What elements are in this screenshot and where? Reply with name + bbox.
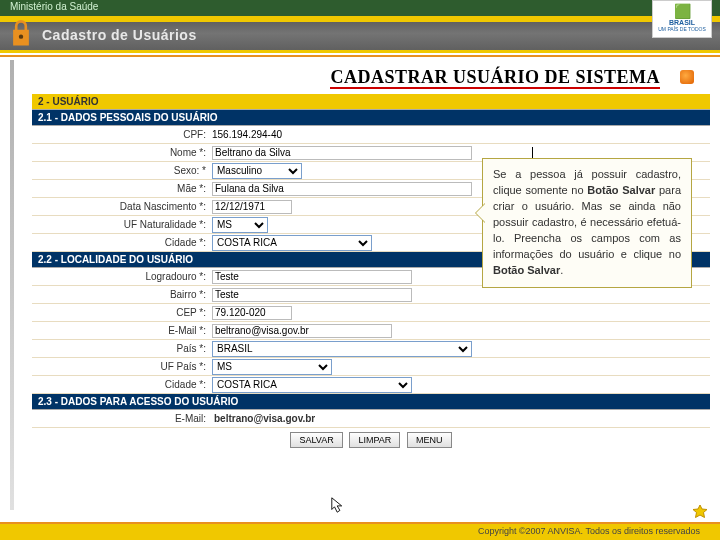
cidade-nat-label: Cidade *: <box>32 237 212 248</box>
button-row: SALVAR LIMPAR MENU <box>32 428 710 452</box>
mae-input[interactable] <box>212 182 472 196</box>
datanasc-label: Data Nascimento *: <box>32 201 212 212</box>
uf-pais-label: UF País *: <box>32 361 212 372</box>
page-title: CADASTRAR USUÁRIO DE SISTEMA <box>0 57 720 94</box>
brasil-logo: 🟩 BRASIL UM PAÍS DE TODOS <box>652 0 712 38</box>
mae-label: Mãe *: <box>32 183 212 194</box>
pais-select[interactable]: BRASIL <box>212 341 472 357</box>
footer: Copyright ©2007 ANVISA. Todos os direito… <box>0 524 720 540</box>
cep-input[interactable] <box>212 306 292 320</box>
sexo-select[interactable]: Masculino <box>212 163 302 179</box>
cidade-loc-select[interactable]: COSTA RICA <box>212 377 412 393</box>
cpf-value: 156.194.294-40 <box>212 129 282 140</box>
email-access-label: E-Mail: <box>32 413 212 424</box>
cep-label: CEP *: <box>32 307 212 318</box>
menu-button[interactable]: MENU <box>407 432 452 448</box>
lock-icon <box>10 20 32 48</box>
svg-point-0 <box>19 34 23 38</box>
pais-label: País *: <box>32 343 212 354</box>
email-access-value: beltrano@visa.gov.br <box>212 413 315 424</box>
section-2-1-header: 2.1 - DADOS PESSOAIS DO USUÁRIO <box>32 110 710 126</box>
orange-indicator-icon <box>680 70 694 84</box>
logradouro-label: Logradouro *: <box>32 271 212 282</box>
sexo-label: Sexo: * <box>32 165 212 176</box>
section-2-header: 2 - USUÁRIO <box>32 94 710 110</box>
nome-input[interactable] <box>212 146 472 160</box>
star-icon <box>692 504 708 520</box>
datanasc-input[interactable] <box>212 200 292 214</box>
uf-pais-select[interactable]: MS <box>212 359 332 375</box>
nome-label: Nome *: <box>32 147 212 158</box>
app-header: Cadastro de Usuários <box>0 22 720 50</box>
bairro-label: Bairro *: <box>32 289 212 300</box>
salvar-button[interactable]: SALVAR <box>290 432 342 448</box>
uf-nat-select[interactable]: MS <box>212 217 268 233</box>
cidade-nat-select[interactable]: COSTA RICA <box>212 235 372 251</box>
limpar-button[interactable]: LIMPAR <box>349 432 400 448</box>
logradouro-input[interactable] <box>212 270 412 284</box>
uf-nat-label: UF Naturalidade *: <box>32 219 212 230</box>
org-bar: Ministério da Saúde <box>0 0 720 16</box>
cursor-pointer-icon <box>330 496 348 514</box>
email-label: E-Mail *: <box>32 325 212 336</box>
cidade-loc-label: Cidade *: <box>32 379 212 390</box>
cpf-label: CPF: <box>32 129 212 140</box>
help-callout: Se a pessoa já possuir cadastro, clique … <box>482 158 692 288</box>
email-input[interactable] <box>212 324 392 338</box>
bairro-input[interactable] <box>212 288 412 302</box>
section-2-3-header: 2.3 - DADOS PARA ACESSO DO USUÁRIO <box>32 394 710 410</box>
